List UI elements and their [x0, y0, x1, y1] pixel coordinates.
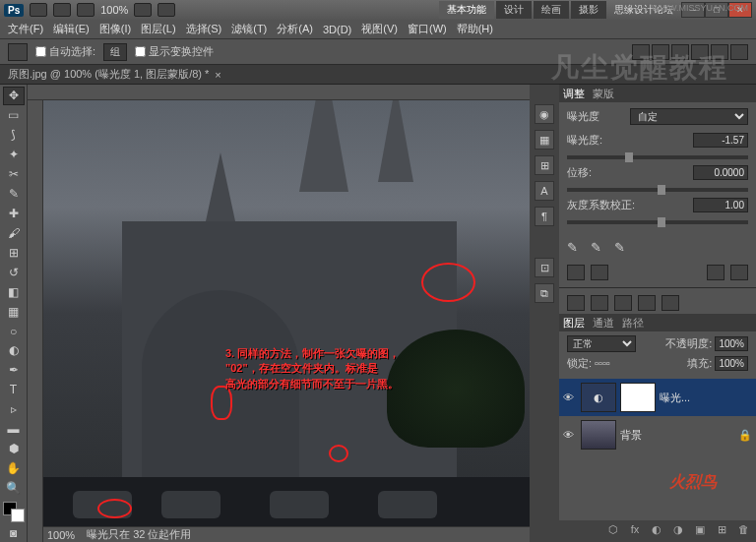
wand-tool[interactable]: ✦: [3, 146, 25, 164]
app-logo: Ps: [4, 4, 24, 17]
workspace-design[interactable]: 设计: [496, 1, 532, 19]
toolbox: ✥ ▭ ⟆ ✦ ✂ ✎ ✚ 🖌 ⊞ ↺ ◧ ▦ ○ ◐ ✒ T ▹ ▬ ⬢ ✋ …: [0, 85, 28, 542]
eyedropper-white-icon[interactable]: ✎: [614, 240, 632, 258]
eyedropper-gray-icon[interactable]: ✎: [591, 240, 608, 258]
hand-icon[interactable]: [134, 3, 152, 17]
gradient-tool[interactable]: ▦: [3, 302, 25, 321]
title-bar: Ps 100% 基本功能 设计 绘画 摄影 思缘设计论坛 ─ □ ✕: [0, 0, 756, 20]
preset-select[interactable]: 自定: [630, 108, 748, 125]
menu-window[interactable]: 窗口(W): [404, 20, 451, 38]
blend-mode-select[interactable]: 正常: [567, 335, 636, 352]
workspace-essentials[interactable]: 基本功能: [439, 1, 494, 19]
eraser-tool[interactable]: ◧: [3, 282, 25, 301]
fx-icon[interactable]: fx: [626, 523, 644, 539]
color-swatch[interactable]: [3, 502, 25, 522]
auto-select-check[interactable]: 自动选择:: [35, 44, 95, 59]
trash-icon[interactable]: 🗑: [734, 523, 752, 539]
menu-view[interactable]: 视图(V): [357, 20, 402, 38]
show-transform-check[interactable]: 显示变换控件: [135, 44, 214, 59]
group-icon[interactable]: ▣: [691, 523, 709, 539]
offset-input[interactable]: [693, 165, 748, 180]
menu-bar: 文件(F) 编辑(E) 图像(I) 图层(L) 选择(S) 滤镜(T) 分析(A…: [0, 20, 756, 39]
auto-select-type[interactable]: 组: [103, 43, 127, 61]
view-prev-icon[interactable]: [591, 265, 608, 280]
hand-tool[interactable]: ✋: [3, 459, 25, 478]
delete-adj-icon[interactable]: [730, 265, 748, 280]
brush-tool[interactable]: 🖌: [3, 223, 25, 242]
dodge-tool[interactable]: ◐: [3, 341, 25, 360]
swatches-panel-icon[interactable]: ⊞: [535, 155, 554, 175]
menu-file[interactable]: 文件(F): [4, 20, 47, 38]
gamma-input[interactable]: [693, 198, 748, 212]
workspace-painting[interactable]: 绘画: [534, 1, 569, 19]
right-panels: 调整 蒙版 曝光度自定 曝光度: 位移: 灰度系数校正: ✎ ✎ ✎: [559, 85, 756, 542]
document-image[interactable]: 3. 同样的方法，制作一张欠曝的图， "02"，存在空文件夹内。标准是 高光的部…: [43, 100, 530, 526]
zoom-tool[interactable]: 🔍: [3, 478, 25, 497]
channels-tab[interactable]: 通道: [593, 316, 614, 331]
type-tool[interactable]: T: [3, 381, 25, 399]
shape-tool[interactable]: ▬: [3, 420, 25, 439]
exposure-slider[interactable]: [567, 155, 748, 159]
tool-preset-icon[interactable]: [8, 43, 28, 61]
menu-help[interactable]: 帮助(H): [453, 20, 497, 38]
layer-exposure[interactable]: 👁 ◐ 曝光...: [559, 379, 756, 416]
mask-icon[interactable]: ◐: [648, 523, 665, 539]
eyedropper-black-icon[interactable]: ✎: [567, 240, 585, 258]
blur-tool[interactable]: ○: [3, 322, 25, 340]
clone-panel-icon[interactable]: ⧉: [535, 283, 554, 303]
zoom-level[interactable]: 100%: [100, 4, 128, 16]
stamp-tool[interactable]: ⊞: [3, 243, 25, 262]
history-panel-icon[interactable]: ◉: [535, 104, 554, 124]
screen-mode-icon[interactable]: [77, 3, 94, 17]
status-info: 曝光只在 32 位起作用: [87, 527, 191, 542]
quickmask-tool[interactable]: ◙: [3, 523, 25, 542]
menu-analysis[interactable]: 分析(A): [273, 20, 317, 38]
watermark-flamingo: 火烈鸟: [669, 472, 717, 493]
menu-edit[interactable]: 编辑(E): [49, 20, 94, 38]
masks-tab[interactable]: 蒙版: [593, 87, 614, 101]
adj-icon[interactable]: ◑: [669, 523, 687, 539]
pen-tool[interactable]: ✒: [3, 361, 25, 380]
lock-icon: 🔒: [738, 429, 752, 442]
new-layer-icon[interactable]: ⊞: [713, 523, 730, 539]
char-panel-icon[interactable]: ¶: [535, 207, 554, 226]
history-brush-tool[interactable]: ↺: [3, 263, 25, 281]
menu-select[interactable]: 选择(S): [182, 20, 226, 38]
minibridge-icon[interactable]: [53, 3, 71, 17]
link-icon[interactable]: ⬡: [604, 523, 622, 539]
arrange-icon[interactable]: [158, 3, 175, 17]
offset-slider[interactable]: [567, 188, 748, 192]
menu-image[interactable]: 图像(I): [95, 20, 135, 38]
visibility-icon[interactable]: 👁: [563, 429, 577, 441]
paths-tab[interactable]: 路径: [622, 316, 644, 331]
heal-tool[interactable]: ✚: [3, 205, 25, 223]
bridge-icon[interactable]: [30, 3, 47, 17]
fill-input[interactable]: 100%: [715, 356, 748, 371]
adjustments-tab[interactable]: 调整: [563, 87, 585, 101]
reset-icon[interactable]: [707, 265, 724, 280]
path-tool[interactable]: ▹: [3, 400, 25, 419]
layer-background[interactable]: 👁 背景 🔒: [559, 416, 756, 453]
move-tool[interactable]: ✥: [3, 87, 25, 105]
crop-tool[interactable]: ✂: [3, 165, 25, 184]
exposure-input[interactable]: [693, 133, 748, 148]
menu-filter[interactable]: 滤镜(T): [227, 20, 271, 38]
visibility-icon[interactable]: 👁: [563, 391, 577, 403]
lasso-tool[interactable]: ⟆: [3, 126, 25, 145]
menu-layer[interactable]: 图层(L): [137, 20, 179, 38]
status-zoom[interactable]: 100%: [47, 529, 75, 541]
layers-tab[interactable]: 图层: [563, 316, 585, 331]
menu-3d[interactable]: 3D(D): [319, 22, 355, 37]
eyedropper-tool[interactable]: ✎: [3, 185, 25, 204]
opacity-input[interactable]: 100%: [715, 336, 748, 351]
brush-panel-icon[interactable]: ⊡: [535, 258, 554, 277]
annotation-circle-1: [421, 263, 475, 302]
canvas-area: 3. 同样的方法，制作一张欠曝的图， "02"，存在空文件夹内。标准是 高光的部…: [28, 85, 530, 542]
workspace-photo[interactable]: 摄影: [571, 1, 606, 19]
styles-panel-icon[interactable]: A: [535, 181, 554, 201]
gamma-slider[interactable]: [567, 220, 748, 224]
clip-icon[interactable]: [567, 265, 585, 280]
marquee-tool[interactable]: ▭: [3, 106, 25, 125]
color-panel-icon[interactable]: ▦: [535, 130, 554, 150]
3d-tool[interactable]: ⬢: [3, 440, 25, 458]
